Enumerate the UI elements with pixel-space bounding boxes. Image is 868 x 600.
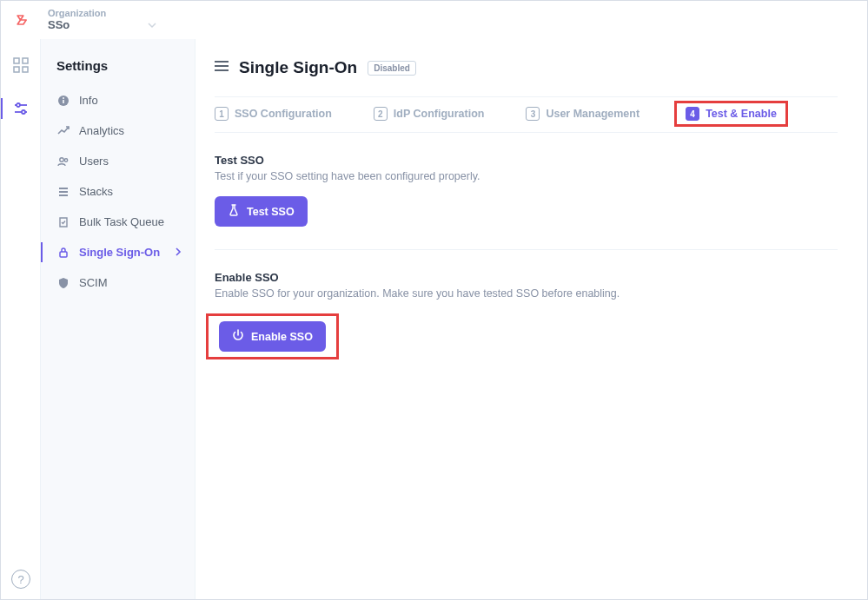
section-enable-sso: Enable SSO Enable SSO for your organizat…	[215, 249, 838, 382]
stacks-icon	[56, 186, 70, 198]
help-button[interactable]: ?	[11, 570, 30, 589]
svg-rect-0	[14, 58, 19, 63]
svg-point-7	[22, 110, 25, 114]
sidebar-item-info[interactable]: Info	[41, 85, 195, 115]
enable-sso-button[interactable]: Enable SSO	[219, 321, 326, 352]
step-number: 2	[374, 107, 388, 121]
section-heading: Enable SSO	[215, 271, 838, 284]
app-logo-icon	[13, 10, 32, 30]
question-icon: ?	[17, 573, 23, 586]
sidebar-item-label: Analytics	[79, 124, 124, 137]
tab-idp-configuration[interactable]: 2 IdP Configuration	[374, 106, 485, 122]
section-heading: Test SSO	[215, 154, 838, 167]
org-selector[interactable]: SSo	[48, 18, 156, 31]
menu-icon[interactable]	[215, 60, 229, 76]
org-label: Organization	[48, 9, 156, 18]
sidebar-item-label: Users	[79, 155, 109, 168]
sidebar-item-users[interactable]: Users	[41, 146, 195, 176]
nav-rail	[1, 39, 41, 599]
sidebar-item-scim[interactable]: SCIM	[41, 267, 195, 298]
svg-point-12	[64, 158, 67, 161]
svg-point-5	[17, 103, 20, 107]
svg-rect-9	[63, 100, 64, 103]
dashboard-icon[interactable]	[12, 56, 30, 74]
sliders-icon[interactable]	[12, 100, 30, 117]
tab-label: User Management	[546, 108, 639, 120]
queue-icon	[56, 216, 70, 228]
sidebar-item-label: SCIM	[79, 276, 108, 289]
sidebar-item-analytics[interactable]: Analytics	[41, 115, 195, 146]
sidebar-title: Settings	[56, 58, 195, 73]
sidebar-item-single-sign-on[interactable]: Single Sign-On	[41, 237, 195, 267]
tab-label: Test & Enable	[706, 108, 777, 120]
flask-icon	[228, 204, 240, 219]
svg-rect-2	[14, 67, 19, 72]
tab-label: SSO Configuration	[235, 108, 332, 120]
tab-sso-configuration[interactable]: 1 SSO Configuration	[215, 106, 332, 122]
step-number: 4	[686, 107, 699, 121]
wizard-tabs: 1 SSO Configuration 2 IdP Configuration …	[215, 96, 838, 133]
page-title: Single Sign-On	[239, 58, 357, 77]
settings-sidebar: Settings Info Analytics Users Stacks Bul…	[41, 39, 195, 599]
button-label: Enable SSO	[251, 331, 313, 343]
info-icon	[56, 95, 70, 107]
sidebar-item-label: Single Sign-On	[79, 246, 160, 259]
tab-test-and-enable[interactable]: 4 Test & Enable	[674, 101, 788, 127]
analytics-icon	[56, 125, 70, 137]
lock-icon	[56, 247, 70, 259]
button-label: Test SSO	[247, 206, 295, 218]
svg-point-11	[60, 157, 63, 161]
svg-point-10	[63, 97, 64, 99]
status-badge: Disabled	[368, 61, 416, 76]
users-icon	[56, 155, 70, 168]
svg-rect-1	[23, 58, 28, 63]
sidebar-item-stacks[interactable]: Stacks	[41, 176, 195, 207]
power-icon	[232, 329, 244, 344]
svg-rect-13	[59, 188, 68, 189]
shield-icon	[56, 277, 70, 289]
step-number: 3	[526, 107, 540, 121]
svg-rect-16	[60, 252, 67, 257]
sidebar-item-label: Stacks	[79, 185, 113, 198]
sidebar-item-label: Info	[79, 94, 98, 107]
section-description: Test if your SSO setting have been confi…	[215, 170, 838, 182]
org-name: SSo	[48, 18, 70, 31]
tab-label: IdP Configuration	[394, 108, 485, 120]
svg-rect-3	[23, 67, 28, 72]
sidebar-item-label: Bulk Task Queue	[79, 215, 164, 228]
highlight-box: Enable SSO	[206, 313, 339, 359]
section-description: Enable SSO for your organization. Make s…	[215, 287, 838, 300]
sidebar-item-bulk-task-queue[interactable]: Bulk Task Queue	[41, 207, 195, 237]
svg-rect-14	[59, 191, 68, 193]
chevron-down-icon	[148, 21, 156, 30]
section-test-sso: Test SSO Test if your SSO setting have b…	[215, 133, 838, 249]
svg-rect-15	[59, 195, 68, 196]
step-number: 1	[215, 107, 229, 121]
test-sso-button[interactable]: Test SSO	[215, 196, 308, 227]
chevron-right-icon	[174, 246, 182, 259]
tab-user-management[interactable]: 3 User Management	[526, 106, 639, 122]
